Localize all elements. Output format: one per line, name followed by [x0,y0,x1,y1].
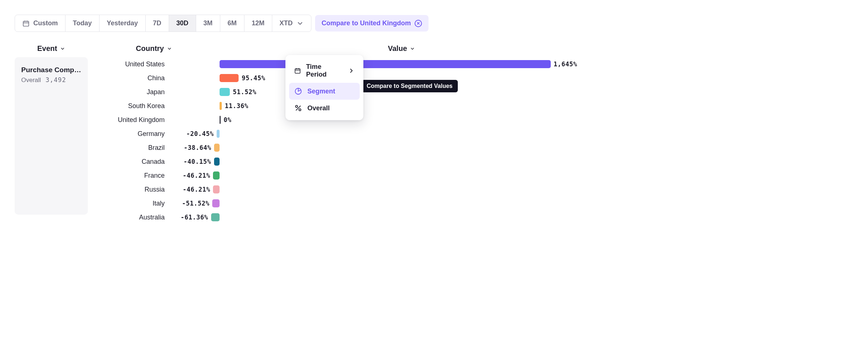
range-30d[interactable]: 30D [169,15,196,32]
range-12m[interactable]: 12M [244,15,272,32]
range-label: 6M [228,19,237,27]
bar [211,213,220,221]
column-headers: Event Country Value [15,44,853,53]
tooltip-text: Compare to Segmented Values [367,83,453,89]
bar-area: -46.21% [172,171,853,180]
chevron-down-icon [296,20,304,27]
range-custom[interactable]: Custom [15,15,66,32]
chevron-right-icon [348,67,355,75]
chevron-down-icon [167,46,172,51]
bar-row-label: Italy [88,200,172,207]
range-label: 3M [203,19,213,27]
bar-row: Canada-40.15% [88,155,853,169]
close-icon[interactable]: ✕ [415,20,422,27]
range-label: Today [73,19,92,27]
compare-chip[interactable]: Compare to United Kingdom ✕ [315,15,429,32]
range-xtd[interactable]: XTD [272,15,311,32]
bar-value: -46.21% [183,185,210,194]
bar-row: Italy-51.52% [88,196,853,210]
range-label: XTD [280,19,293,27]
bar-area: 95.45% [172,74,853,82]
date-toolbar: CustomTodayYesterday7D30D3M6M12MXTD Comp… [15,15,853,32]
bar-area: 1,645% [172,60,853,69]
country-header-label: Country [136,44,164,53]
event-meta: Overall 3,492 [21,76,81,84]
svg-point-11 [299,109,301,111]
bar-value: -61.36% [181,213,208,222]
value-header-label: Value [388,44,407,53]
range-yesterday[interactable]: Yesterday [100,15,146,32]
bar-row: Japan51.52% [88,85,853,99]
bar-row-label: Australia [88,214,172,221]
compare-chip-label: Compare to United Kingdom [322,19,411,27]
bar-value: -51.52% [182,199,209,208]
range-label: Custom [33,19,58,27]
bar-value: -20.45% [186,129,214,138]
event-meta-label: Overall [21,77,41,84]
menu-item-segment[interactable]: Segment [289,83,360,100]
bar-value: 11.36% [225,101,248,110]
segment-icon [294,87,302,95]
bar [213,171,220,180]
event-title: Purchase Compl… [21,66,81,74]
calendar-icon [294,67,301,75]
range-label: 12M [252,19,265,27]
event-card[interactable]: Purchase Compl… Overall 3,492 [15,57,88,215]
range-3m[interactable]: 3M [196,15,220,32]
bar [212,199,220,207]
bar-row: Brazil-38.64% [88,141,853,155]
range-label: 30D [176,19,188,27]
bar-area: 0% [172,115,853,124]
svg-rect-0 [23,21,29,26]
menu-item-time-period[interactable]: Time Period [289,59,360,83]
range-label: 7D [153,19,161,27]
bar-area: -51.52% [172,199,853,208]
bar-row-label: United Kingdom [88,116,172,124]
chevron-down-icon [410,46,415,51]
bar-row-label: Brazil [88,144,172,152]
bar-value: 1,645% [554,60,577,69]
tooltip: Compare to Segmented Values [362,80,458,92]
bar-row-label: Japan [88,88,172,96]
menu-item-overall[interactable]: Overall [289,100,360,117]
bar [220,74,239,82]
bar-area: -20.45% [172,129,853,138]
bar-row-label: France [88,172,172,180]
compare-menu[interactable]: Time PeriodSegmentOverall [285,55,363,120]
date-range-group: CustomTodayYesterday7D30D3M6M12MXTD [15,15,311,32]
bar-area: 51.52% [172,88,853,96]
value-header[interactable]: Value [388,44,415,53]
bar-row-label: China [88,74,172,82]
calendar-icon [22,20,30,27]
bar-area: -46.21% [172,185,853,194]
bar-value: -38.64% [184,143,211,152]
bar-row: Russia-46.21% [88,182,853,196]
event-meta-value: 3,492 [46,76,66,84]
bar-row: United Kingdom0% [88,113,853,127]
bar [213,185,220,193]
bar [220,116,221,124]
menu-item-label: Overall [307,104,330,112]
range-6m[interactable]: 6M [220,15,244,32]
bar-row: Australia-61.36% [88,210,853,224]
chevron-down-icon [60,46,65,51]
range-today[interactable]: Today [66,15,100,32]
range-7d[interactable]: 7D [146,15,169,32]
svg-rect-4 [295,69,300,73]
svg-point-10 [296,106,298,108]
bar [220,102,222,110]
bar-area: -38.64% [172,143,853,152]
country-header[interactable]: Country [136,44,172,53]
svg-line-9 [296,106,301,111]
bar-row: China95.45% [88,71,853,85]
menu-item-label: Segment [307,88,335,95]
bar [220,60,551,68]
bar [220,88,230,96]
bar [217,130,220,138]
bar-row-label: Canada [88,158,172,166]
bar-value: 51.52% [233,88,256,96]
bar-row: Germany-20.45% [88,127,853,141]
percent-icon [294,104,302,112]
bar-value: -46.21% [183,171,210,180]
event-header[interactable]: Event [37,44,65,53]
